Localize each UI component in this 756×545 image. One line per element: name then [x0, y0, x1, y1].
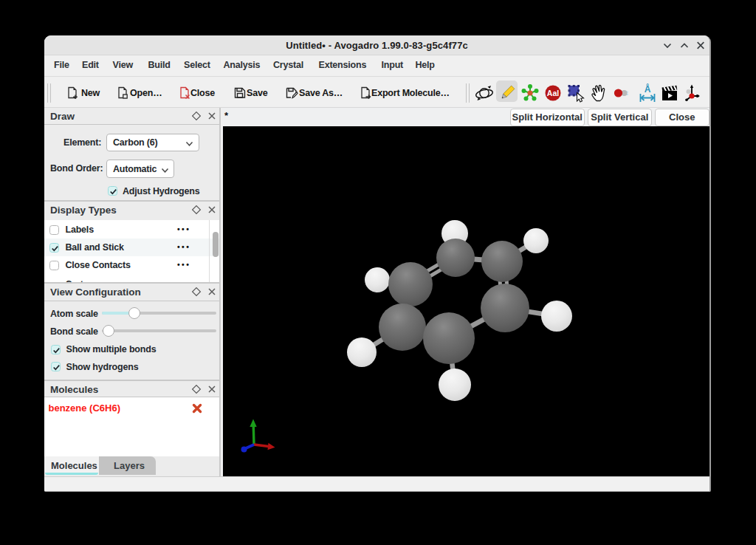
- svg-text:Aal: Aal: [546, 89, 558, 97]
- svg-text:Å: Å: [644, 83, 650, 95]
